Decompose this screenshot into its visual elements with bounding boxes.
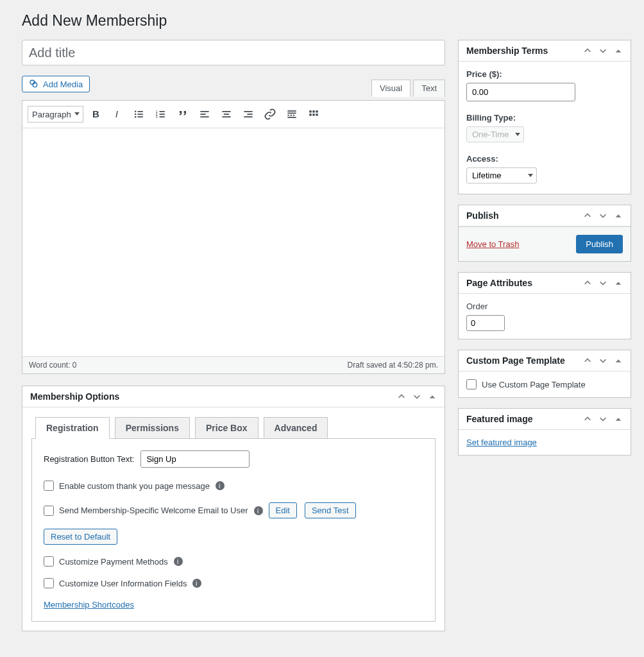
info-icon[interactable]: i (192, 578, 202, 588)
align-right-icon[interactable] (239, 105, 258, 124)
link-icon[interactable] (260, 105, 280, 124)
membership-options-title: Membership Options (30, 391, 119, 402)
collapse-icon[interactable] (614, 278, 623, 287)
chevron-up-icon[interactable] (583, 414, 592, 423)
svg-text:i: i (219, 482, 220, 490)
svg-point-8 (135, 116, 137, 118)
svg-text:B: B (92, 108, 99, 119)
chevron-down-icon[interactable] (598, 278, 607, 287)
italic-icon[interactable]: I (108, 105, 127, 124)
svg-rect-25 (287, 110, 296, 112)
svg-text:I: I (115, 108, 118, 119)
chevron-up-icon[interactable] (397, 392, 406, 401)
svg-rect-26 (287, 113, 296, 114)
collapse-icon[interactable] (614, 356, 623, 365)
svg-text:i: i (196, 580, 197, 587)
collapse-icon[interactable] (614, 46, 623, 55)
chevron-up-icon[interactable] (583, 356, 592, 365)
publish-button[interactable]: Publish (576, 235, 623, 253)
media-icon (29, 79, 39, 89)
chevron-down-icon[interactable] (598, 356, 607, 365)
svg-rect-31 (309, 110, 311, 112)
svg-rect-16 (200, 111, 208, 112)
svg-rect-9 (138, 116, 143, 117)
svg-text:i: i (177, 558, 178, 565)
blockquote-icon[interactable] (173, 105, 192, 124)
info-icon[interactable]: i (253, 506, 264, 516)
draft-saved-time: Draft saved at 4:50:28 pm. (348, 361, 438, 370)
customize-payment-label: Customize Payment Methods (59, 557, 168, 567)
svg-rect-21 (222, 116, 230, 117)
tab-text-editor[interactable]: Text (413, 80, 445, 97)
collapse-icon[interactable] (614, 414, 623, 423)
title-input[interactable] (22, 40, 445, 65)
use-custom-template-checkbox[interactable] (466, 379, 477, 389)
access-select[interactable]: Lifetime (466, 167, 537, 183)
svg-rect-5 (138, 111, 143, 112)
set-featured-image-link[interactable]: Set featured image (466, 438, 537, 447)
enable-thankyou-label: Enable custom thank you page message (59, 481, 210, 491)
move-to-trash-link[interactable]: Move to Trash (466, 239, 519, 249)
svg-rect-27 (287, 115, 289, 116)
reset-default-button[interactable]: Reset to Default (44, 529, 117, 545)
chevron-up-icon[interactable] (583, 278, 592, 287)
edit-button[interactable]: Edit (269, 502, 297, 518)
order-input[interactable] (466, 315, 505, 331)
svg-text:i: i (257, 508, 258, 515)
membership-shortcodes-link[interactable]: Membership Shortcodes (44, 600, 134, 610)
chevron-down-icon[interactable] (598, 414, 607, 423)
access-label: Access: (466, 154, 623, 164)
bullet-list-icon[interactable] (130, 105, 149, 124)
svg-rect-34 (309, 114, 311, 115)
svg-rect-35 (312, 114, 314, 115)
tab-permissions[interactable]: Permissions (115, 417, 190, 439)
align-center-icon[interactable] (217, 105, 236, 124)
bold-icon[interactable]: B (86, 105, 105, 124)
svg-rect-15 (160, 116, 165, 117)
custom-page-template-title: Custom Page Template (466, 355, 565, 366)
tab-registration[interactable]: Registration (35, 417, 110, 439)
info-icon[interactable]: i (215, 481, 225, 491)
tab-price-box[interactable]: Price Box (195, 417, 258, 439)
enable-thankyou-checkbox[interactable] (44, 481, 54, 491)
svg-rect-19 (222, 111, 230, 112)
add-media-button[interactable]: Add Media (22, 76, 90, 92)
chevron-up-icon[interactable] (583, 211, 592, 220)
chevron-down-icon[interactable] (412, 392, 421, 401)
svg-rect-20 (224, 114, 229, 115)
customize-payment-checkbox[interactable] (44, 556, 54, 567)
format-select[interactable]: Paragraph (28, 106, 83, 123)
tab-visual[interactable]: Visual (371, 80, 411, 97)
svg-rect-28 (291, 115, 292, 116)
send-test-button[interactable]: Send Test (305, 502, 356, 518)
price-input[interactable] (466, 83, 575, 101)
chevron-up-icon[interactable] (583, 46, 592, 55)
chevron-down-icon[interactable] (598, 211, 607, 220)
svg-rect-29 (293, 115, 295, 116)
svg-rect-30 (287, 117, 296, 118)
toolbar-toggle-icon[interactable] (304, 105, 323, 124)
reg-button-text-input[interactable] (140, 450, 250, 468)
page-title: Add New Membership (22, 6, 631, 32)
membership-terms-title: Membership Terms (466, 46, 548, 56)
publish-title: Publish (466, 210, 499, 221)
align-left-icon[interactable] (195, 105, 214, 124)
svg-rect-18 (200, 116, 208, 117)
svg-rect-13 (160, 114, 165, 115)
read-more-icon[interactable] (282, 105, 301, 124)
svg-rect-17 (200, 114, 205, 115)
svg-rect-22 (244, 111, 252, 112)
collapse-icon[interactable] (428, 392, 437, 401)
svg-rect-11 (160, 111, 165, 112)
word-count: Word count: 0 (29, 361, 76, 370)
tab-advanced[interactable]: Advanced (264, 417, 328, 439)
send-welcome-checkbox[interactable] (44, 506, 54, 516)
numbered-list-icon[interactable]: 123 (151, 105, 171, 124)
collapse-icon[interactable] (614, 211, 623, 220)
editor-content[interactable] (22, 128, 445, 356)
info-icon[interactable]: i (173, 556, 183, 567)
chevron-down-icon[interactable] (598, 46, 607, 55)
svg-rect-32 (312, 110, 314, 112)
svg-rect-33 (316, 110, 318, 112)
customize-userinfo-checkbox[interactable] (44, 578, 54, 588)
